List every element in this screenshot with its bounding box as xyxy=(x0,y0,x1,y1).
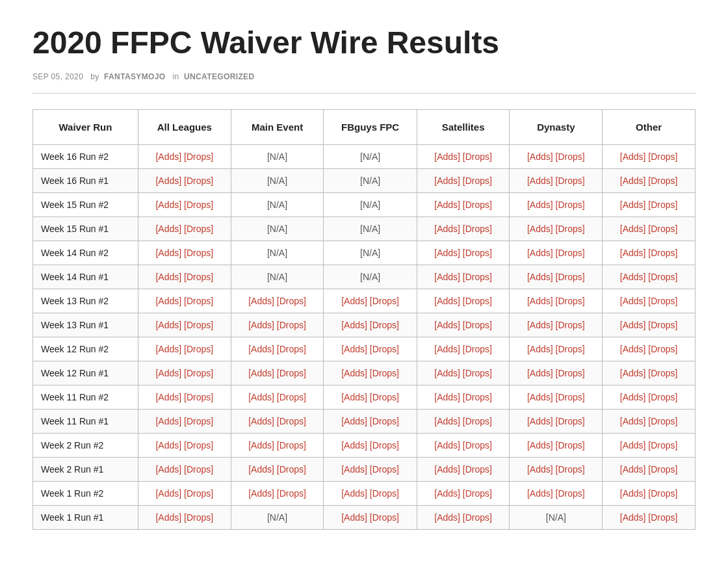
adds-link[interactable]: [Adds] xyxy=(527,320,553,330)
adds-link[interactable]: [Adds] xyxy=(434,176,460,186)
drops-link[interactable]: [Drops] xyxy=(463,151,492,162)
drops-link[interactable]: [Drops] xyxy=(277,392,306,402)
adds-link[interactable]: [Adds] xyxy=(155,344,181,354)
adds-link[interactable]: [Adds] xyxy=(620,440,646,450)
drops-link[interactable]: [Drops] xyxy=(277,344,306,354)
drops-link[interactable]: [Drops] xyxy=(648,392,677,402)
adds-link[interactable]: [Adds] xyxy=(434,272,460,282)
adds-link[interactable]: [Adds] xyxy=(620,248,646,258)
adds-link[interactable]: [Adds] xyxy=(155,392,181,402)
drops-link[interactable]: [Drops] xyxy=(556,368,585,378)
adds-link[interactable]: [Adds] xyxy=(527,416,553,426)
drops-link[interactable]: [Drops] xyxy=(648,488,677,499)
adds-link[interactable]: [Adds] xyxy=(620,392,646,402)
adds-link[interactable]: [Adds] xyxy=(341,296,367,306)
drops-link[interactable]: [Drops] xyxy=(370,368,399,378)
drops-link[interactable]: [Drops] xyxy=(556,296,585,306)
drops-link[interactable]: [Drops] xyxy=(370,320,399,330)
adds-link[interactable]: [Adds] xyxy=(434,320,460,330)
adds-link[interactable]: [Adds] xyxy=(527,344,553,354)
drops-link[interactable]: [Drops] xyxy=(463,320,492,330)
adds-link[interactable]: [Adds] xyxy=(434,344,460,354)
adds-link[interactable]: [Adds] xyxy=(434,392,460,402)
adds-link[interactable]: [Adds] xyxy=(620,176,646,186)
adds-link[interactable]: [Adds] xyxy=(155,464,181,475)
drops-link[interactable]: [Drops] xyxy=(648,176,677,186)
adds-link[interactable]: [Adds] xyxy=(620,200,646,210)
drops-link[interactable]: [Drops] xyxy=(648,440,677,450)
drops-link[interactable]: [Drops] xyxy=(277,440,306,450)
adds-link[interactable]: [Adds] xyxy=(620,320,646,330)
adds-link[interactable]: [Adds] xyxy=(341,320,367,330)
adds-link[interactable]: [Adds] xyxy=(434,200,460,210)
adds-link[interactable]: [Adds] xyxy=(434,488,460,499)
adds-link[interactable]: [Adds] xyxy=(620,368,646,378)
drops-link[interactable]: [Drops] xyxy=(463,392,492,402)
drops-link[interactable]: [Drops] xyxy=(184,176,213,186)
drops-link[interactable]: [Drops] xyxy=(648,296,677,306)
adds-link[interactable]: [Adds] xyxy=(527,272,553,282)
drops-link[interactable]: [Drops] xyxy=(277,368,306,378)
adds-link[interactable]: [Adds] xyxy=(527,464,553,475)
adds-link[interactable]: [Adds] xyxy=(527,296,553,306)
drops-link[interactable]: [Drops] xyxy=(463,296,492,306)
drops-link[interactable]: [Drops] xyxy=(556,464,585,475)
adds-link[interactable]: [Adds] xyxy=(155,151,181,162)
drops-link[interactable]: [Drops] xyxy=(463,272,492,282)
drops-link[interactable]: [Drops] xyxy=(184,320,213,330)
adds-link[interactable]: [Adds] xyxy=(248,296,274,306)
adds-link[interactable]: [Adds] xyxy=(155,200,181,210)
adds-link[interactable]: [Adds] xyxy=(248,464,274,475)
adds-link[interactable]: [Adds] xyxy=(620,512,646,523)
drops-link[interactable]: [Drops] xyxy=(556,200,585,210)
drops-link[interactable]: [Drops] xyxy=(370,392,399,402)
drops-link[interactable]: [Drops] xyxy=(648,320,677,330)
drops-link[interactable]: [Drops] xyxy=(370,296,399,306)
drops-link[interactable]: [Drops] xyxy=(184,272,213,282)
drops-link[interactable]: [Drops] xyxy=(556,392,585,402)
drops-link[interactable]: [Drops] xyxy=(184,151,213,162)
drops-link[interactable]: [Drops] xyxy=(556,272,585,282)
drops-link[interactable]: [Drops] xyxy=(463,344,492,354)
adds-link[interactable]: [Adds] xyxy=(155,272,181,282)
adds-link[interactable]: [Adds] xyxy=(434,224,460,234)
drops-link[interactable]: [Drops] xyxy=(648,416,677,426)
adds-link[interactable]: [Adds] xyxy=(527,176,553,186)
adds-link[interactable]: [Adds] xyxy=(620,464,646,475)
adds-link[interactable]: [Adds] xyxy=(248,488,274,499)
drops-link[interactable]: [Drops] xyxy=(370,512,399,523)
drops-link[interactable]: [Drops] xyxy=(463,464,492,475)
adds-link[interactable]: [Adds] xyxy=(620,488,646,499)
drops-link[interactable]: [Drops] xyxy=(556,151,585,162)
drops-link[interactable]: [Drops] xyxy=(648,512,677,523)
adds-link[interactable]: [Adds] xyxy=(248,416,274,426)
adds-link[interactable]: [Adds] xyxy=(155,368,181,378)
drops-link[interactable]: [Drops] xyxy=(556,344,585,354)
drops-link[interactable]: [Drops] xyxy=(370,488,399,499)
drops-link[interactable]: [Drops] xyxy=(463,176,492,186)
drops-link[interactable]: [Drops] xyxy=(184,416,213,426)
adds-link[interactable]: [Adds] xyxy=(527,248,553,258)
drops-link[interactable]: [Drops] xyxy=(556,176,585,186)
adds-link[interactable]: [Adds] xyxy=(434,368,460,378)
adds-link[interactable]: [Adds] xyxy=(620,224,646,234)
drops-link[interactable]: [Drops] xyxy=(184,440,213,450)
adds-link[interactable]: [Adds] xyxy=(434,440,460,450)
adds-link[interactable]: [Adds] xyxy=(434,296,460,306)
adds-link[interactable]: [Adds] xyxy=(341,512,367,523)
adds-link[interactable]: [Adds] xyxy=(527,200,553,210)
adds-link[interactable]: [Adds] xyxy=(620,151,646,162)
drops-link[interactable]: [Drops] xyxy=(184,344,213,354)
adds-link[interactable]: [Adds] xyxy=(527,224,553,234)
adds-link[interactable]: [Adds] xyxy=(248,344,274,354)
drops-link[interactable]: [Drops] xyxy=(277,416,306,426)
adds-link[interactable]: [Adds] xyxy=(434,248,460,258)
drops-link[interactable]: [Drops] xyxy=(463,416,492,426)
adds-link[interactable]: [Adds] xyxy=(248,320,274,330)
drops-link[interactable]: [Drops] xyxy=(370,416,399,426)
drops-link[interactable]: [Drops] xyxy=(277,464,306,475)
drops-link[interactable]: [Drops] xyxy=(648,272,677,282)
drops-link[interactable]: [Drops] xyxy=(463,488,492,499)
drops-link[interactable]: [Drops] xyxy=(184,224,213,234)
adds-link[interactable]: [Adds] xyxy=(527,368,553,378)
